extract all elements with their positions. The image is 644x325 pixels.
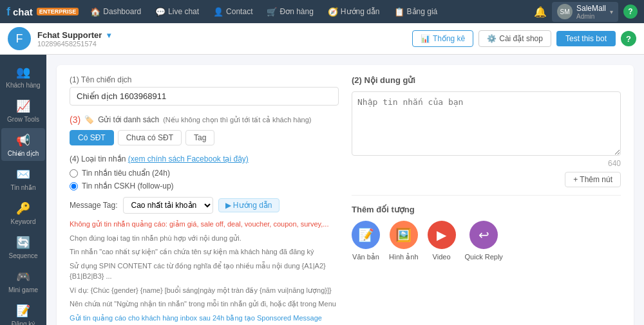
message-tag-select[interactable]: Cao nhất tải khoản (123, 197, 213, 214)
qr-icon: ↩ (469, 221, 498, 249)
avatar: SM (557, 4, 573, 19)
chiendich-icon: 📢 (16, 133, 30, 147)
thongke-button[interactable]: 📊 Thống kê (412, 30, 473, 47)
sidebar-label-keyword: Keyword (11, 218, 36, 225)
user-name: SaleMall (576, 4, 606, 13)
sidebar-item-dangky[interactable]: 📝 Đăng ký (1, 299, 45, 325)
ha-icon: 🖼️ (390, 221, 418, 249)
shop-id: 102896458251574 (37, 40, 406, 48)
dashboard-icon: 🏠 (90, 7, 100, 17)
section1-label: (1) Tên chiến dịch (70, 75, 339, 84)
info-text-3: Tin nhắn "cao nhất sự kiện" cần chứa tên… (70, 246, 339, 257)
radio-tieu-chuan[interactable]: Tin nhắn tiêu chuẩn (24h) (70, 169, 339, 178)
tag-co-sdt[interactable]: Có SĐT (70, 130, 114, 145)
them-options: 📝 Văn bản 🖼️ Hình ảnh ▶ Video (352, 221, 621, 261)
logo: f chat ENTERPRISE (6, 5, 79, 19)
sidebar-label-minigame: Mini game (8, 286, 38, 293)
nav-right-area: 🔔 SM SaleMall Admin ▾ ? (534, 2, 638, 22)
two-column-layout: (1) Tên chiến dịch (3) 🏷️ Gửi tới danh s… (70, 75, 621, 325)
char-count: 640 (352, 159, 621, 168)
them-doi-tuong-title: Thêm đối tượng (352, 205, 621, 214)
info-text-7: Gửi tin quảng cáo cho khách hàng inbox s… (70, 313, 339, 324)
section-send-list: (3) 🏷️ Gửi tới danh sách (Nếu không chọn… (70, 115, 339, 145)
donhang-icon: 🛒 (267, 7, 277, 17)
radio-tieu-chuan-input[interactable] (70, 169, 78, 178)
testbot-button[interactable]: Test this bot (556, 31, 616, 46)
radio-cskh-input[interactable] (70, 182, 78, 190)
them-option-ha[interactable]: 🖼️ Hình ảnh (389, 221, 419, 261)
ha-label: Hình ảnh (389, 253, 419, 261)
sidebar-label-dangky: Đăng ký (12, 320, 35, 325)
logo-f-icon: f (6, 5, 10, 19)
them-option-qr[interactable]: ↩ Quick Reply (465, 221, 503, 261)
them-doi-tuong-section: Thêm đối tượng 📝 Văn bản 🖼️ Hình ảnh (352, 205, 621, 261)
info-text-5: Ví dụ: {Chúc {gender} {name} [buổi sáng|… (70, 285, 339, 296)
user-dropdown-icon: ▾ (610, 8, 613, 15)
nav-livechat[interactable]: 💬 Live chat (150, 7, 204, 17)
huongdan-link-label: ▶ Hướng dẫn (225, 201, 272, 210)
dangky-icon: 📝 (16, 304, 30, 318)
section4-link[interactable]: (xem chính sách Facebook tại đây) (128, 154, 249, 163)
livechat-icon: 💬 (155, 7, 166, 17)
qr-label: Quick Reply (465, 253, 503, 261)
section3-num: (3) (70, 115, 80, 125)
left-column: (1) Tên chiến dịch (3) 🏷️ Gửi tới danh s… (70, 75, 339, 325)
nav-banggia[interactable]: 📋 Bảng giá (389, 7, 443, 17)
section2-title: (2) Nội dung gửi (352, 75, 621, 85)
nav-dashboard[interactable]: 🏠 Dashboard (85, 7, 146, 17)
sidebar-item-minigame[interactable]: 🎮 Mini game (1, 265, 45, 297)
sidebar-item-tinnhan[interactable]: ✉️ Tin nhắn (1, 162, 45, 195)
section4-text: (4) Loại tin nhắn (70, 154, 126, 163)
tag-chua-co-sdt[interactable]: Chưa có SĐT (118, 130, 182, 145)
huongdan-link[interactable]: ▶ Hướng dẫn (218, 198, 279, 212)
nav-contact-label: Contact (226, 7, 252, 16)
help2-button[interactable]: ? (621, 31, 636, 46)
them-option-vd[interactable]: ▶ Video (428, 221, 456, 261)
shop-dropdown-icon[interactable]: ▾ (107, 31, 111, 40)
info-text-4: Sử dụng SPIN CONTENT các từ đồng nghĩa đ… (70, 261, 339, 282)
sidebar-label-sequence: Sequence (8, 252, 37, 259)
bell-icon[interactable]: 🔔 (534, 6, 547, 18)
radio-cskh[interactable]: Tin nhắn CSKH (follow-up) (70, 181, 339, 190)
divider (352, 195, 621, 196)
nav-contact[interactable]: 👤 Contact (208, 7, 258, 17)
info-text-1: Không gửi tin nhắn quảng cáo: giảm giá, … (70, 219, 339, 230)
tag-tag[interactable]: Tag (185, 130, 214, 145)
them-option-vb[interactable]: 📝 Văn bản (352, 221, 380, 261)
sidebar-label-khachhang: Khách hàng (6, 82, 40, 89)
khachhang-icon: 👥 (16, 65, 30, 79)
nav-dashboard-label: Dashboard (103, 7, 141, 16)
nav-donhang-label: Đơn hàng (279, 7, 313, 16)
main-layout: 👥 Khách hàng 📈 Grow Tools 📢 Chiến dịch ✉… (0, 55, 644, 325)
add-btn-row: + Thêm nút (352, 172, 621, 187)
caidatshop-button[interactable]: ⚙️ Cài đặt shop (478, 30, 551, 47)
user-role: Admin (576, 13, 606, 20)
content-area: (1) Tên chiến dịch (3) 🏷️ Gửi tới danh s… (46, 55, 644, 325)
nav-donhang[interactable]: 🛒 Đơn hàng (261, 7, 318, 17)
user-area[interactable]: SM SaleMall Admin ▾ (552, 2, 618, 22)
nav-huongdan-label: Hướng dẫn (341, 7, 380, 16)
them-nut-button[interactable]: + Thêm nút (565, 172, 621, 187)
nav-huongdan[interactable]: 🧭 Hướng dẫn (323, 7, 385, 17)
sidebar-label-chiendich: Chiến dịch (8, 150, 39, 157)
message-tag-row: Message Tag: Cao nhất tải khoản ▶ Hướng … (70, 197, 339, 214)
sidebar-item-sequence[interactable]: 🔄 Sequence (1, 230, 45, 263)
section-loai-tin-nhan: (4) Loại tin nhắn (xem chính sách Facebo… (70, 154, 339, 323)
message-tag-label: Message Tag: (70, 201, 118, 210)
sidebar-item-growtools[interactable]: 📈 Grow Tools (1, 94, 45, 127)
sidebar-item-keyword[interactable]: 🔑 Keyword (1, 196, 45, 229)
tag-buttons-group: Có SĐT Chưa có SĐT Tag (70, 130, 339, 145)
message-textarea[interactable] (352, 91, 621, 156)
sidebar-item-chiendich[interactable]: 📢 Chiến dịch (1, 128, 45, 161)
shop-info: Fchat Supporter ▾ 102896458251574 (37, 30, 406, 48)
sidebar-label-growtools: Grow Tools (7, 116, 39, 123)
radio-cskh-label: Tin nhắn CSKH (follow-up) (82, 181, 174, 190)
campaign-name-input[interactable] (70, 87, 339, 106)
radio-group-loai: Tin nhắn tiêu chuẩn (24h) Tin nhắn CSKH … (70, 169, 339, 190)
sidebar-item-khachhang[interactable]: 👥 Khách hàng (1, 60, 45, 93)
shop-icon: F (8, 27, 31, 50)
help-button[interactable]: ? (623, 5, 638, 19)
section3-text: Gửi tới danh sách (98, 115, 159, 124)
vd-label: Video (433, 253, 451, 261)
sub-header: F Fchat Supporter ▾ 102896458251574 📊 Th… (0, 23, 644, 55)
